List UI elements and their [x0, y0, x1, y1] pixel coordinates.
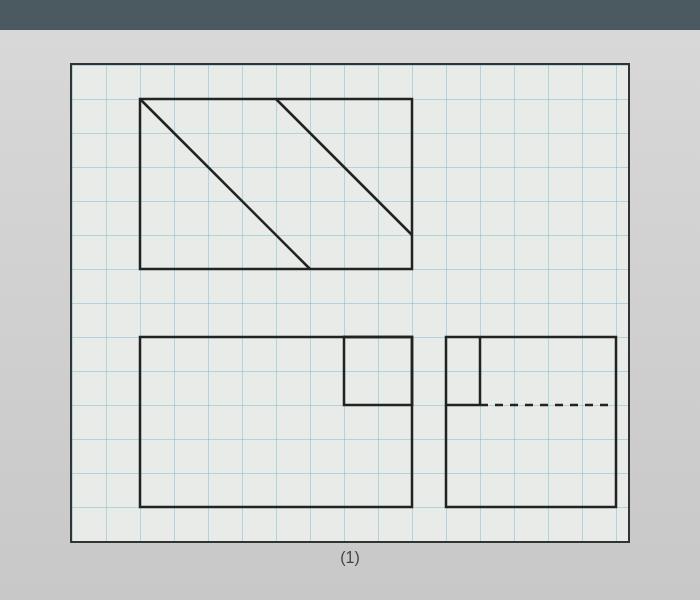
front-view-inset [344, 337, 412, 405]
top-view-diagonal-1 [140, 99, 310, 269]
window-titlebar [0, 0, 700, 30]
figure-caption: (1) [340, 549, 360, 567]
top-view-diagonal-2 [276, 99, 412, 235]
diagram-frame [70, 63, 630, 543]
front-view-outline [140, 337, 412, 507]
canvas-area: (1) [0, 30, 700, 600]
side-view-outline [446, 337, 616, 507]
orthographic-drawing [72, 65, 632, 545]
top-view-outline [140, 99, 412, 269]
